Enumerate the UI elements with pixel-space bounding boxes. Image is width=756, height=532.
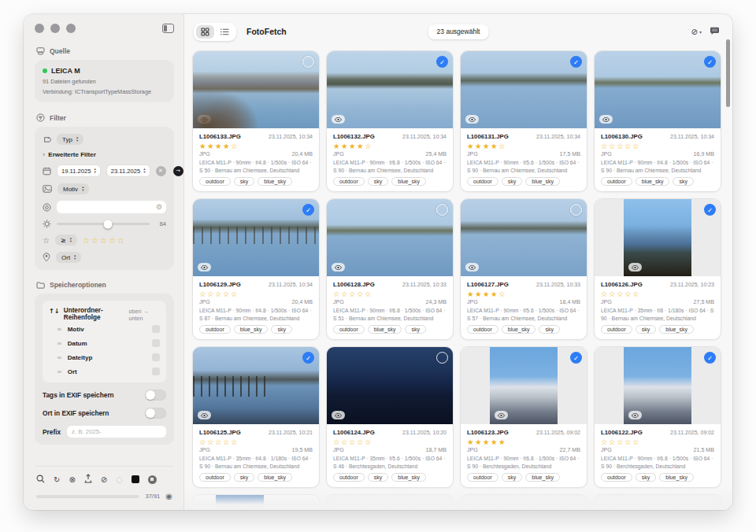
tag-pill[interactable]: outdoor	[467, 177, 498, 186]
ort-exif-toggle[interactable]	[145, 408, 166, 419]
tag-pill[interactable]: blue_sky	[525, 177, 560, 186]
tag-pill[interactable]: outdoor	[199, 177, 231, 186]
photo-rating-stars[interactable]: ★★★★☆	[333, 142, 447, 150]
tag-pill[interactable]: outdoor	[601, 325, 632, 334]
tag-pill[interactable]: outdoor	[199, 473, 231, 482]
type-filter-dropdown[interactable]: Typ ▴▾	[57, 134, 83, 145]
photo-image[interactable]	[327, 199, 453, 276]
photo-image[interactable]	[193, 51, 319, 128]
photo-rating-stars[interactable]: ☆☆☆☆☆	[199, 290, 313, 298]
photo-card[interactable]: L1006128.JPG 23.11.2025, 10:33 ☆☆☆☆☆ JPG…	[326, 198, 454, 340]
photo-thumbnail[interactable]: ✓	[595, 347, 721, 424]
photo-card[interactable]: ✓ L1006122.JPG 23.11.2025, 09:02 ☆☆☆☆☆ J…	[594, 346, 721, 488]
photo-thumbnail[interactable]	[327, 347, 453, 424]
preview-eye-badge[interactable]	[332, 263, 345, 272]
photo-rating-stars[interactable]: ☆☆☆☆☆	[601, 142, 714, 150]
tag-pill[interactable]: sky	[502, 473, 523, 482]
preview-eye-badge[interactable]	[495, 411, 508, 419]
photo-thumbnail[interactable]	[193, 51, 319, 128]
apply-date-filter-button[interactable]: →	[173, 166, 183, 176]
photo-rating-stars[interactable]: ★★★★☆	[467, 290, 580, 298]
selection-badge[interactable]: ✓	[570, 56, 582, 68]
date-from-stepper[interactable]: ▴▾	[94, 168, 95, 174]
photo-card-partial[interactable]	[192, 494, 320, 507]
drag-handle-icon[interactable]: ≡	[57, 326, 62, 333]
tag-pill[interactable]: blue_sky	[659, 473, 694, 482]
dashed-circle-icon[interactable]: ◌	[116, 475, 123, 484]
selection-badge[interactable]: ✓	[436, 56, 448, 68]
grid-scroll-area[interactable]: L1006133.JPG 23.11.2025, 10:34 ★★★★☆ JPG…	[184, 49, 732, 510]
preview-eye-badge[interactable]	[332, 411, 345, 419]
tag-pill[interactable]: outdoor	[467, 325, 498, 334]
tag-pill[interactable]: blue_sky	[368, 325, 402, 334]
tag-pill[interactable]: blue_sky	[258, 473, 292, 482]
preview-eye-badge[interactable]	[198, 411, 211, 419]
close-window-button[interactable]	[35, 24, 44, 33]
motiv-filter-dropdown[interactable]: Motiv ▴▾	[57, 183, 89, 194]
photo-rating-stars[interactable]: ☆☆☆☆☆	[601, 290, 714, 298]
photo-image[interactable]	[193, 347, 319, 424]
photo-card[interactable]: ✓ L1006126.JPG 23.11.2025, 10:23 ☆☆☆☆☆ J…	[594, 198, 721, 340]
drag-handle-icon[interactable]: ≡	[57, 354, 62, 361]
tag-pill[interactable]: sky	[271, 325, 292, 334]
photo-card-partial[interactable]	[460, 494, 587, 507]
tag-pill[interactable]: sky	[539, 325, 560, 334]
tag-pill[interactable]: sky	[673, 177, 694, 186]
tags-exif-toggle[interactable]	[145, 390, 166, 401]
stop-square-icon[interactable]	[132, 475, 139, 483]
photo-card[interactable]: ✓ L1006125.JPG 23.11.2025, 10:21 ☆☆☆☆☆ J…	[192, 346, 320, 488]
remove-circle-icon[interactable]: ⊗	[69, 475, 75, 484]
photo-image[interactable]	[193, 199, 319, 276]
preview-eye-badge[interactable]	[628, 263, 642, 272]
tag-pill[interactable]: blue_sky	[659, 325, 694, 334]
tag-pill[interactable]: sky	[636, 325, 657, 334]
slider-knob[interactable]	[103, 220, 112, 228]
list-view-button[interactable]	[216, 25, 234, 39]
photo-thumbnail[interactable]: ✓	[461, 347, 587, 424]
order-item-checkbox[interactable]	[152, 353, 160, 361]
tag-pill[interactable]: outdoor	[333, 473, 365, 482]
selection-badge[interactable]	[302, 56, 314, 68]
selection-badge[interactable]: ✓	[704, 56, 716, 68]
tag-pill[interactable]: sky	[234, 177, 255, 186]
photo-thumbnail[interactable]	[327, 199, 453, 276]
photo-image[interactable]	[327, 347, 453, 424]
photo-card-partial[interactable]	[594, 494, 721, 507]
tag-pill[interactable]: outdoor	[333, 177, 365, 186]
progress-menu-button[interactable]: ⊘ ▾	[691, 28, 702, 36]
tag-pill[interactable]: blue_sky	[502, 325, 536, 334]
order-item-checkbox[interactable]	[152, 325, 160, 333]
preview-eye-badge[interactable]	[198, 115, 211, 124]
order-item-checkbox[interactable]	[152, 368, 160, 375]
minimize-window-button[interactable]	[50, 24, 60, 33]
photo-card[interactable]: ✓ L1006131.JPG 23.11.2025, 10:34 ★★★★☆ J…	[460, 50, 587, 192]
photo-thumbnail[interactable]: ✓	[193, 347, 319, 424]
photo-card[interactable]: L1006124.JPG 23.11.2025, 10:20 ☆☆☆☆☆ JPG…	[326, 346, 454, 488]
preview-eye-badge[interactable]	[465, 115, 479, 124]
rating-operator-dropdown[interactable]: ≥ ▴▾	[55, 235, 77, 246]
tag-pill[interactable]: sky	[368, 177, 389, 186]
search-icon[interactable]	[36, 475, 45, 485]
vertical-scrollbar[interactable]	[726, 39, 730, 107]
keyword-input[interactable]	[61, 204, 156, 211]
selection-badge[interactable]: ✓	[302, 204, 314, 216]
photo-card[interactable]: ✓ L1006130.JPG 23.11.2025, 10:34 ☆☆☆☆☆ J…	[594, 50, 721, 192]
ort-filter-dropdown[interactable]: Ort ▴▾	[56, 252, 81, 263]
prefix-input[interactable]	[67, 426, 166, 438]
drag-handle-icon[interactable]: ≡	[57, 340, 62, 347]
date-to-stepper[interactable]: ▴▾	[143, 168, 145, 174]
photo-image[interactable]	[461, 199, 587, 276]
photo-card[interactable]: L1006127.JPG 23.11.2025, 10:33 ★★★★☆ JPG…	[460, 198, 587, 340]
order-row-motiv[interactable]: ≡ Motiv	[49, 322, 160, 336]
tag-pill[interactable]: outdoor	[601, 473, 632, 482]
photo-rating-stars[interactable]: ★★★★☆	[467, 142, 580, 150]
tag-pill[interactable]: blue_sky	[391, 473, 426, 482]
clear-date-filter-button[interactable]: ✕	[156, 166, 166, 176]
tag-pill[interactable]: blue_sky	[258, 177, 292, 186]
tag-pill[interactable]: sky	[234, 473, 255, 482]
zoom-window-button[interactable]	[66, 24, 76, 33]
photo-image[interactable]	[490, 347, 558, 424]
brightness-slider[interactable]	[57, 223, 150, 225]
photo-thumbnail[interactable]: ✓	[595, 199, 721, 276]
selection-badge[interactable]: ✓	[704, 352, 716, 364]
